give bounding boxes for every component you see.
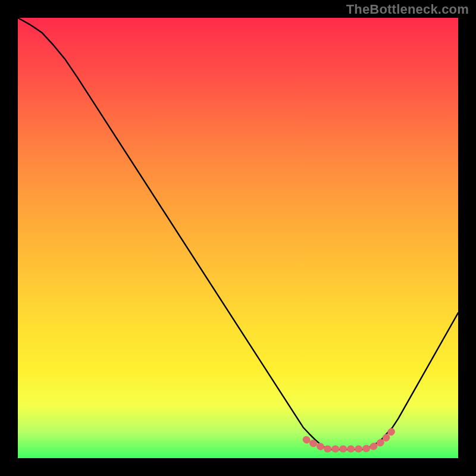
optimal-zone-markers [306,431,392,449]
curve-svg [18,18,458,458]
attribution-label: TheBottleneck.com [346,2,469,17]
plot-area [18,18,458,458]
chart-frame: TheBottleneck.com [0,0,476,476]
bottleneck-curve [18,18,458,449]
